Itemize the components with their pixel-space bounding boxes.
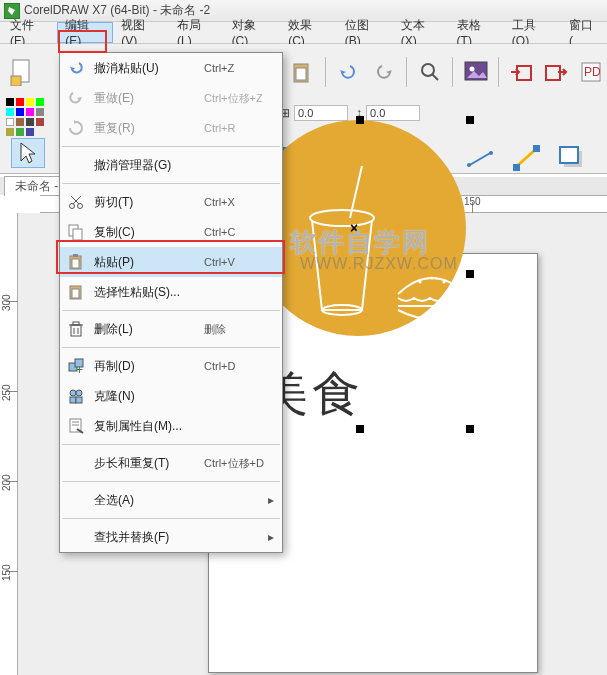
menu-copy-properties[interactable]: 复制属性自(M)...	[60, 411, 282, 441]
menubar: 文件(F) 编辑(E) 视图(V) 布局(L) 对象(C) 效果(C) 位图(B…	[0, 22, 607, 44]
svg-line-35	[73, 196, 81, 204]
menu-effects[interactable]: 效果(C)	[280, 22, 337, 43]
image-icon[interactable]	[461, 54, 490, 90]
menu-delete[interactable]: 删除(L) 删除	[60, 314, 282, 344]
menu-step-repeat[interactable]: 步长和重复(T) Ctrl+位移+D	[60, 448, 282, 478]
menu-bitmaps[interactable]: 位图(B)	[337, 22, 393, 43]
submenu-arrow-icon: ▸	[268, 530, 274, 544]
toolbar-separator	[406, 57, 407, 87]
svg-line-7	[432, 74, 438, 80]
menu-edit[interactable]: 编辑(E)	[57, 22, 113, 43]
svg-point-31	[443, 281, 446, 284]
menu-item-shortcut: Ctrl+Z	[204, 62, 282, 74]
menu-table[interactable]: 表格(T)	[449, 22, 504, 43]
menu-text[interactable]: 文本(X)	[393, 22, 449, 43]
svg-point-33	[70, 204, 75, 209]
redo-icon	[60, 89, 92, 107]
copy-icon	[60, 223, 92, 241]
undo-icon[interactable]	[334, 54, 363, 90]
duplicate-icon: +	[60, 357, 92, 375]
selection-handle[interactable]	[466, 425, 474, 433]
menu-item-shortcut: Ctrl+R	[204, 122, 282, 134]
svg-rect-25	[560, 147, 578, 163]
svg-rect-55	[76, 397, 82, 403]
search-icon[interactable]	[415, 54, 444, 90]
svg-line-18	[468, 152, 492, 166]
svg-point-19	[467, 163, 471, 167]
svg-rect-48	[73, 322, 79, 325]
menu-view[interactable]: 视图(V)	[113, 22, 169, 43]
svg-rect-38	[73, 229, 82, 240]
ruler-vertical: 300 250 200 150	[0, 213, 18, 675]
connector-tool-icon[interactable]	[510, 141, 544, 175]
svg-rect-5	[296, 68, 306, 80]
import-icon[interactable]	[542, 54, 571, 90]
menu-find-replace[interactable]: 查找并替换(F) ▸	[60, 522, 282, 552]
shadow-tool-icon[interactable]	[556, 141, 590, 175]
svg-rect-40	[72, 259, 79, 268]
menu-paste-special[interactable]: 选择性粘贴(S)...	[60, 277, 282, 307]
menu-item-label: 复制(C)	[92, 224, 204, 241]
menu-window[interactable]: 窗口(	[561, 22, 605, 43]
menu-item-label: 步长和重复(T)	[92, 455, 204, 472]
clone-icon	[60, 387, 92, 405]
prop-y-value[interactable]: 0.0	[366, 105, 420, 121]
menu-undo-paste[interactable]: 撤消粘贴(U) Ctrl+Z	[60, 53, 282, 83]
menu-cut[interactable]: 剪切(T) Ctrl+X	[60, 187, 282, 217]
menu-undo-manager[interactable]: 撤消管理器(G)	[60, 150, 282, 180]
menu-file[interactable]: 文件(F)	[2, 22, 57, 43]
menu-item-label: 重复(R)	[92, 120, 204, 137]
menu-item-label: 撤消粘贴(U)	[92, 60, 204, 77]
menu-item-label: 再制(D)	[92, 358, 204, 375]
svg-point-9	[469, 67, 474, 72]
pick-tool-icon[interactable]	[11, 138, 45, 168]
menu-item-label: 删除(L)	[92, 321, 204, 338]
redo-icon[interactable]	[369, 54, 398, 90]
menu-separator	[62, 183, 280, 184]
clipboard-special-icon	[60, 283, 92, 301]
svg-line-36	[71, 196, 79, 204]
menu-item-label: 撤消管理器(G)	[92, 157, 204, 174]
menu-tools[interactable]: 工具(O)	[504, 22, 561, 43]
svg-rect-1	[11, 76, 21, 86]
svg-point-20	[489, 151, 493, 155]
pdf-icon[interactable]: PD	[578, 54, 607, 90]
svg-text:PD: PD	[584, 65, 601, 79]
dimension-tool-icon[interactable]	[464, 141, 498, 175]
color-picker[interactable]	[4, 96, 54, 128]
menu-item-label: 粘贴(P)	[92, 254, 204, 271]
toolbar-separator	[452, 57, 453, 87]
menu-clone[interactable]: 克隆(N)	[60, 381, 282, 411]
svg-rect-23	[533, 145, 540, 152]
menu-select-all[interactable]: 全选(A) ▸	[60, 485, 282, 515]
selection-handle[interactable]	[356, 425, 364, 433]
svg-point-53	[76, 390, 82, 396]
menu-separator	[62, 310, 280, 311]
menu-item-label: 复制属性自(M)...	[92, 418, 204, 435]
new-doc-icon[interactable]	[8, 54, 37, 90]
paste-icon[interactable]	[288, 54, 317, 90]
svg-rect-41	[73, 254, 78, 257]
submenu-arrow-icon: ▸	[268, 493, 274, 507]
edit-menu-dropdown: 撤消粘贴(U) Ctrl+Z 重做(E) Ctrl+位移+Z 重复(R) Ctr…	[59, 52, 283, 553]
selection-handle[interactable]	[466, 270, 474, 278]
menu-object[interactable]: 对象(C)	[224, 22, 281, 43]
selection-handle[interactable]	[466, 116, 474, 124]
menu-item-shortcut: Ctrl+位移+Z	[204, 91, 282, 106]
left-toolbox	[6, 138, 50, 168]
menu-paste[interactable]: 粘贴(P) Ctrl+V	[60, 247, 282, 277]
svg-point-52	[70, 390, 76, 396]
export-icon[interactable]	[507, 54, 536, 90]
selection-center-mark: ×	[350, 220, 358, 236]
menu-layout[interactable]: 布局(L)	[169, 22, 224, 43]
menu-copy[interactable]: 复制(C) Ctrl+C	[60, 217, 282, 247]
selection-handle[interactable]	[356, 116, 364, 124]
menu-item-label: 剪切(T)	[92, 194, 204, 211]
menu-duplicate[interactable]: + 再制(D) Ctrl+D	[60, 351, 282, 381]
svg-rect-11	[546, 66, 560, 80]
menu-item-label: 选择性粘贴(S)...	[92, 284, 204, 301]
artwork-cup-icon	[290, 160, 400, 320]
menu-separator	[62, 146, 280, 147]
prop-x-value[interactable]: 0.0	[294, 105, 348, 121]
copy-props-icon	[60, 417, 92, 435]
